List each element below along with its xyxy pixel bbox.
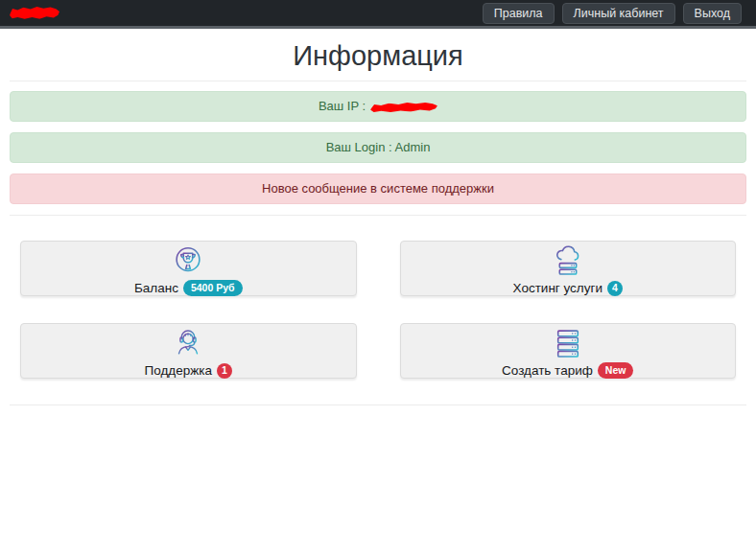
- nav-button-rules[interactable]: Правила: [483, 3, 555, 24]
- divider: [10, 405, 746, 405]
- nav-button-personal-cabinet[interactable]: Личный кабинет: [562, 3, 675, 24]
- support-count-badge: 1: [217, 363, 232, 379]
- page-title: Информация: [10, 40, 746, 72]
- alert-ip-prefix: Ваш IP :: [319, 99, 366, 113]
- alert-support-message: Новое сообщение в системе поддержки: [10, 173, 746, 204]
- alert-support-text: Новое сообщение в системе поддержки: [262, 181, 494, 196]
- main-content: Информация Ваш IP : Ваш Login : Admin Но…: [0, 40, 756, 405]
- redacted-ip-value: [370, 102, 437, 113]
- server-rack-icon: [550, 326, 586, 362]
- navbar-links: Правила Личный кабинет Выход: [475, 3, 742, 24]
- new-badge: New: [598, 362, 634, 379]
- divider: [10, 81, 746, 81]
- card-hosting-services[interactable]: Хостинг услуги 4: [400, 241, 737, 296]
- dashboard-cards: Баланс 5400 Руб: [20, 241, 736, 379]
- alert-login-text: Ваш Login : Admin: [326, 140, 431, 154]
- alert-ip: Ваш IP :: [10, 91, 746, 122]
- balance-amount-badge: 5400 Руб: [183, 280, 243, 296]
- card-hosting-label: Хостинг услуги: [513, 280, 602, 296]
- card-support-label: Поддержка: [145, 362, 212, 379]
- card-create-tariff[interactable]: Создать тариф New: [400, 323, 737, 379]
- support-agent-icon: [170, 326, 206, 362]
- divider: [10, 215, 746, 216]
- card-support[interactable]: Поддержка 1: [20, 323, 357, 379]
- alert-login: Ваш Login : Admin: [10, 132, 746, 163]
- hosting-count-badge: 4: [607, 281, 623, 296]
- redacted-brand-logo: [10, 7, 59, 20]
- card-balance-label: Баланс: [134, 280, 178, 296]
- cloud-servers-icon: [550, 243, 586, 280]
- card-balance[interactable]: Баланс 5400 Руб: [20, 241, 357, 296]
- card-create-tariff-label: Создать тариф: [502, 362, 593, 379]
- trophy-icon: [170, 243, 206, 280]
- nav-button-logout[interactable]: Выход: [683, 3, 742, 24]
- top-navbar: Правила Личный кабинет Выход: [0, 0, 756, 29]
